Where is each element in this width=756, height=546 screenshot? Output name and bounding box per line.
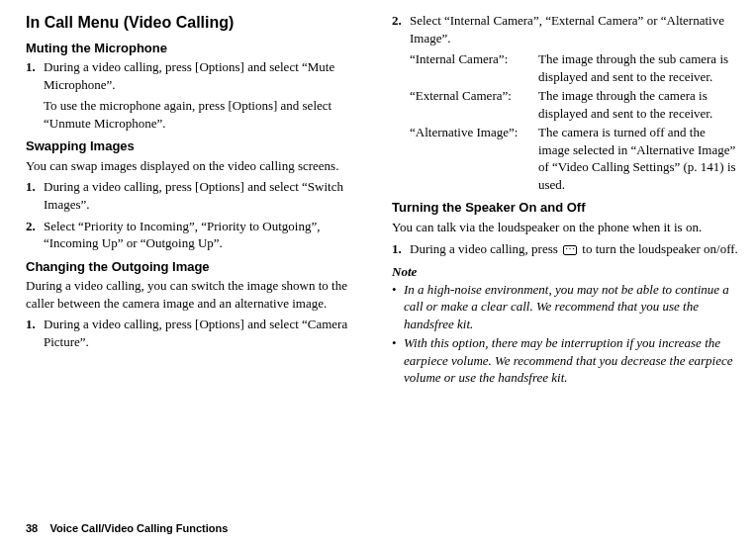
definition-row: “Alternative Image”: The camera is turne… [410,124,738,193]
step-text: Select “Internal Camera”, “External Came… [410,12,738,46]
definition-desc: The camera is turned off and the image s… [538,124,738,193]
note-text: With this option, there may be interrupt… [404,334,738,387]
page-footer: 38 Voice Call/Video Calling Functions [26,521,228,536]
definition-term: “External Camera”: [410,87,538,122]
step-text: Select “Priority to Incoming”, “Priority… [44,218,372,252]
step-item: 2. Select “Internal Camera”, “External C… [392,12,738,46]
changing-heading: Changing the Outgoing Image [26,258,372,276]
definition-row: “External Camera”: The image through the… [410,87,738,122]
page-number: 38 [26,522,38,534]
changing-intro: During a video calling, you can switch t… [26,277,372,312]
right-column: 2. Select “Internal Camera”, “External C… [392,12,738,389]
step-item: 1. During a video calling, press to turn… [392,240,738,258]
definition-table: “Internal Camera”: The image through the… [410,50,738,193]
note-text: In a high-noise environment, you may not… [404,281,738,333]
speaker-heading: Turning the Speaker On and Off [392,199,738,217]
note-item: • In a high-noise environment, you may n… [392,281,738,333]
bullet-icon: • [392,334,404,387]
muting-heading: Muting the Microphone [26,40,372,57]
note-item: • With this option, there may be interru… [392,334,738,387]
bullet-icon: • [392,281,404,333]
speaker-intro: You can talk via the loudspeaker on the … [392,219,738,236]
swapping-heading: Swapping Images [26,137,372,155]
definition-row: “Internal Camera”: The image through the… [410,50,738,85]
softkey-icon [563,245,577,255]
step-item: 1. During a video calling, press [Option… [26,58,372,93]
definition-desc: The image through the camera is displaye… [538,87,738,122]
step-number: 2. [392,12,410,46]
definition-desc: The image through the sub camera is disp… [538,50,738,85]
step-item: 2. Select “Priority to Incoming”, “Prior… [26,218,372,252]
step-number: 1. [26,178,44,213]
section-title: In Call Menu (Video Calling) [26,12,372,34]
swapping-intro: You can swap images displayed on the vid… [26,157,372,175]
definition-term: “Alternative Image”: [410,124,538,193]
step-number: 1. [26,316,44,350]
step-text-part-a: During a video calling, press [410,241,561,256]
note-label: Note [392,263,738,281]
definition-term: “Internal Camera”: [410,50,538,85]
step-number: 1. [392,240,410,258]
step-item: 1. During a video calling, press [Option… [26,178,372,213]
step-text: During a video calling, press [Options] … [44,58,372,93]
left-column: In Call Menu (Video Calling) Muting the … [26,12,372,389]
muting-note: To use the microphone again, press [Opti… [44,97,372,132]
step-text: During a video calling, press to turn th… [410,240,738,258]
step-item: 1. During a video calling, press [Option… [26,316,372,350]
step-number: 1. [26,58,44,93]
step-text: During a video calling, press [Options] … [44,316,372,350]
footer-title: Voice Call/Video Calling Functions [49,522,228,534]
step-text: During a video calling, press [Options] … [44,178,372,213]
step-number: 2. [26,218,44,252]
step-text-part-b: to turn the loudspeaker on/off. [579,241,738,256]
